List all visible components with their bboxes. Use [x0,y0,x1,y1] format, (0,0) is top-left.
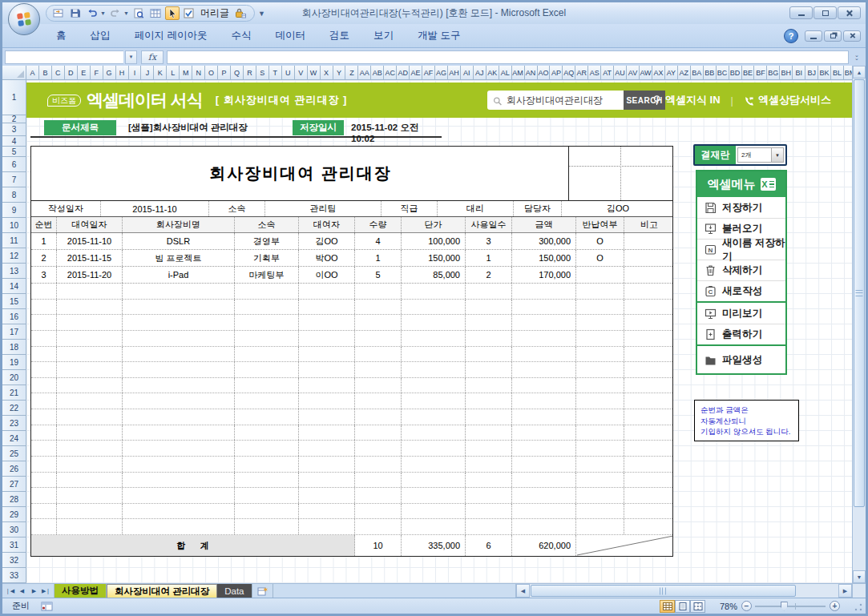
excel-knowledge-link[interactable]: 엑셀지식 IN [652,93,721,107]
col-header-AK[interactable]: AK [486,66,499,80]
col-header-G[interactable]: G [103,66,116,80]
ledger-cell[interactable]: 빔 프로젝트 [123,250,235,266]
insert-worksheet-tab[interactable] [252,584,273,598]
ledger-cell[interactable] [57,409,123,425]
ledger-cell[interactable]: 2015-11-20 [57,267,123,283]
col-header-BG[interactable]: BG [767,66,780,80]
col-header-AA[interactable]: AA [358,66,371,80]
ledger-cell[interactable]: 3 [31,267,57,283]
ledger-cell[interactable] [235,441,299,456]
ledger-cell[interactable] [355,347,402,362]
col-header-AV[interactable]: AV [627,66,640,80]
ledger-cell[interactable] [624,233,672,249]
ledger-cell[interactable] [299,347,355,362]
scroll-down-button[interactable]: ▼ [853,570,866,583]
col-header-I[interactable]: I [129,66,142,80]
col-header-H[interactable]: H [116,66,129,80]
ledger-cell[interactable] [235,347,299,362]
zoom-slider-handle[interactable] [781,602,788,611]
page-layout-view-button[interactable] [675,600,690,613]
menu-item-new[interactable]: C새로작성 [697,280,785,301]
info-cell[interactable]: 2015-11-10 [101,201,209,216]
ledger-cell[interactable] [235,425,299,441]
ledger-cell[interactable] [624,504,672,519]
ledger-cell[interactable] [57,488,123,503]
horizontal-scroll-thumb[interactable] [531,585,796,597]
ledger-cell[interactable] [31,315,57,330]
ledger-cell[interactable] [299,284,355,299]
col-header-A[interactable]: A [26,66,39,80]
ledger-cell[interactable] [576,284,624,299]
ledger-cell[interactable] [355,393,402,409]
ledger-cell[interactable] [355,519,402,534]
ledger-cell[interactable] [576,473,624,488]
search-input[interactable]: 회사장비대여관리대장 [507,94,603,107]
ledger-cell[interactable] [299,409,355,425]
chevron-down-icon[interactable]: ▼ [771,148,783,162]
col-header-O[interactable]: O [205,66,218,80]
col-header-C[interactable]: C [52,66,65,80]
col-header-Z[interactable]: Z [345,66,358,80]
col-header-AO[interactable]: AO [538,66,551,80]
scroll-up-button[interactable]: ▲ [853,66,866,79]
row-header-23[interactable]: 23 [2,416,26,431]
tab-formulas[interactable]: 수식 [219,24,263,47]
col-header-BF[interactable]: BF [754,66,767,80]
ledger-cell[interactable]: 이OO [299,267,355,283]
ledger-cell[interactable] [123,347,235,362]
row-header-24[interactable]: 24 [2,431,26,446]
col-header-S[interactable]: S [256,66,269,80]
ledger-cell[interactable]: 2 [466,267,512,283]
ledger-cell[interactable] [235,300,299,315]
total-label-cell[interactable]: 합 계 [31,535,355,556]
col-header-J[interactable]: J [141,66,154,80]
ledger-cell[interactable] [31,362,57,377]
col-header-AU[interactable]: AU [614,66,627,80]
ledger-cell[interactable] [31,284,57,299]
ledger-cell[interactable] [402,457,466,472]
row-header-16[interactable]: 16 [2,309,26,324]
row-header-21[interactable]: 21 [2,385,26,401]
ledger-cell[interactable] [402,425,466,441]
col-header-AW[interactable]: AW [640,66,652,80]
ledger-cell[interactable] [123,488,235,503]
ledger-cell[interactable] [57,315,123,330]
maximize-button[interactable] [813,6,837,19]
row-header-7[interactable]: 7 [2,172,26,187]
horizontal-scrollbar[interactable]: ◀ ▶ [515,584,852,598]
ledger-cell[interactable] [512,409,576,425]
ledger-cell[interactable] [466,425,512,441]
excel-consult-link[interactable]: 엑셀상담서비스 [744,93,831,107]
ledger-cell[interactable] [624,393,672,409]
approval-select[interactable]: 2개 ▼ [737,147,784,163]
doc-title-value[interactable]: [샘플]회사장비대여 관리대장 [128,122,248,134]
ledger-cell[interactable] [466,331,512,346]
ledger-cell[interactable]: 2015-11-15 [57,250,123,266]
ledger-cell[interactable] [402,488,466,503]
col-header-BB[interactable]: BB [704,66,717,80]
saved-time-value[interactable]: 2015-11-02 오전 10:02 [351,122,442,143]
col-header-T[interactable]: T [269,66,282,80]
protect-sheet-icon[interactable] [233,6,248,20]
row-header-28[interactable]: 28 [2,492,26,507]
ledger-cell[interactable] [466,347,512,362]
ledger-cell[interactable] [466,393,512,409]
tab-insert[interactable]: 삽입 [79,24,123,47]
total-amount-cell[interactable]: 620,000 [512,535,576,556]
ledger-cell[interactable] [123,331,235,346]
menu-item-preview[interactable]: 미리보기 [697,303,785,324]
ledger-cell[interactable] [512,315,576,330]
tab-home[interactable]: 홈 [44,24,79,47]
ledger-cell[interactable] [576,378,624,393]
ledger-cell[interactable] [355,284,402,299]
ledger-cell[interactable] [624,519,672,534]
ledger-cell[interactable] [123,441,235,456]
ledger-cell[interactable] [57,300,123,315]
row-header-2[interactable]: 2 [2,115,26,123]
info-cell[interactable]: 소속 [209,201,265,216]
info-cell[interactable]: 대리 [438,201,514,216]
ledger-cell[interactable] [624,267,672,283]
ledger-cell[interactable] [466,441,512,456]
normal-view-button[interactable] [660,600,675,613]
col-header-BC[interactable]: BC [717,66,729,80]
